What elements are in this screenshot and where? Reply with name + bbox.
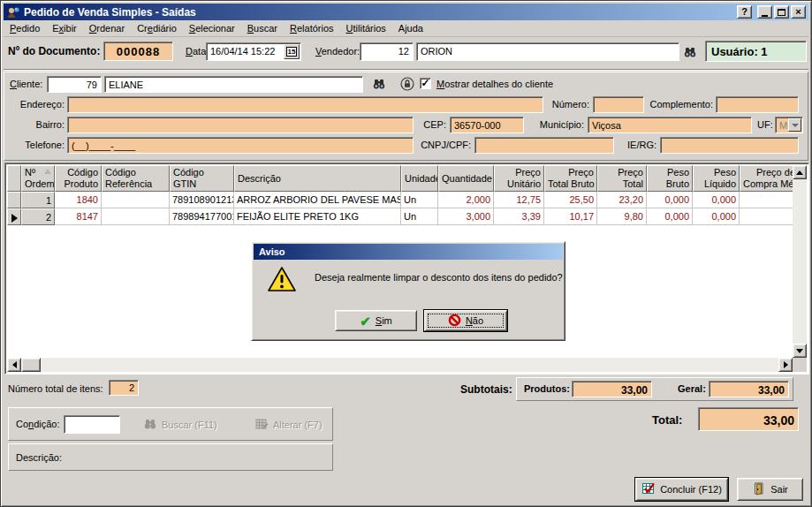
grid-cell: ARROZ ARBORIO DEL PAVESE MAS	[234, 192, 401, 208]
scroll-down-button[interactable]	[793, 344, 807, 358]
maximize-button[interactable]	[774, 5, 789, 19]
geral-field: 33,00	[709, 381, 789, 397]
cliente-name-field[interactable]: ELIANE	[104, 76, 363, 93]
grid-column-header[interactable]: NºOrdem	[21, 165, 55, 192]
ie-field[interactable]	[660, 137, 799, 154]
dialog-message: Deseja realmente limpar o desconto dos i…	[315, 272, 563, 283]
grid-column-header[interactable]: PesoBruto	[647, 165, 693, 192]
alterar-button[interactable]: Alterar (F7)	[254, 417, 323, 433]
cep-label: CEP:	[416, 119, 446, 130]
green-check-icon: ✔	[360, 314, 371, 328]
vendedor-search-icon[interactable]	[683, 45, 697, 59]
condicao-input[interactable]	[64, 415, 120, 434]
grid-column-header[interactable]: PesoLíquido	[693, 165, 740, 192]
menu-item-crediario[interactable]: Crediário	[131, 21, 183, 35]
menu-item-relatorios[interactable]: Relatórios	[284, 21, 340, 35]
grid-cell: Un	[401, 208, 438, 225]
buscar-button[interactable]: Buscar (F11)	[143, 417, 217, 433]
nao-button[interactable]: Não	[424, 310, 507, 331]
grid-column-header[interactable]: PreçoUnitário	[494, 165, 544, 192]
ie-label: IE/RG:	[619, 140, 656, 150]
lock-icon[interactable]	[400, 77, 414, 91]
menu-item-selecionar[interactable]: Selecionar	[183, 21, 241, 35]
scroll-right-button[interactable]	[778, 358, 793, 372]
grid-column-header[interactable]: CódigoReferência	[102, 165, 170, 192]
help-button[interactable]: ?	[737, 5, 752, 19]
descricao-panel: Descrição:	[8, 443, 333, 471]
total-itens-field: 2	[109, 380, 139, 396]
sim-label: Sim	[376, 315, 392, 326]
grid-cell	[102, 192, 170, 208]
calendar-icon: 15	[286, 47, 298, 57]
grid-column-header[interactable]: PreçoTotal	[597, 165, 647, 192]
grid-cell: 25,50	[544, 192, 597, 208]
table-row[interactable]: 28147789894177001FEIJÃO ELITE PRETO 1KGU…	[7, 208, 793, 225]
app-window: Pedido de Venda Simples - Saídas ? × Ped…	[0, 0, 812, 507]
menu-item-exibir[interactable]: Exibir	[46, 21, 83, 35]
menu-item-ajuda[interactable]: Ajuda	[392, 21, 429, 35]
scroll-left-button[interactable]	[7, 358, 21, 372]
close-button[interactable]: ×	[791, 5, 806, 19]
usuario-box: Usuário: 1	[705, 41, 807, 62]
titlebar[interactable]: Pedido de Venda Simples - Saídas ? ×	[4, 4, 808, 20]
municipio-label: Município:	[527, 119, 584, 130]
numero-field[interactable]	[593, 96, 644, 113]
dialog-titlebar[interactable]: Aviso	[254, 244, 563, 260]
door-exit-icon	[752, 481, 766, 497]
date-field[interactable]: 16/04/14 15:22 15	[206, 42, 301, 61]
row-selector	[7, 208, 21, 225]
minimize-button[interactable]	[757, 5, 772, 19]
app-icon	[6, 5, 20, 19]
scroll-up-button[interactable]	[793, 165, 807, 179]
menu-item-pedido[interactable]: Pedido	[4, 21, 46, 35]
sim-button[interactable]: ✔ Sim	[335, 310, 417, 331]
mostrar-detalhes-checkbox[interactable]: ✓	[420, 78, 431, 89]
municipio-field[interactable]: Viçosa	[588, 117, 752, 133]
grid-column-header[interactable]: Quantidade	[438, 165, 494, 192]
cliente-code-field[interactable]: 79	[47, 76, 102, 93]
bairro-label: Bairro:	[8, 119, 65, 130]
total-label: Total:	[652, 413, 682, 427]
grid-column-header[interactable]: CódigoProduto	[55, 165, 102, 192]
endereco-field[interactable]	[67, 96, 543, 113]
concluir-button[interactable]: Concluir (F12)	[635, 478, 728, 501]
menu-item-utilitarios[interactable]: Utilitários	[340, 21, 392, 35]
menu-item-ordenar[interactable]: Ordenar	[83, 21, 131, 35]
mostrar-detalhes-label: Mostrar detalhes do cliente	[436, 79, 553, 89]
grid-column-header[interactable]: Preço deCompra Médio	[740, 165, 793, 192]
grid-column-header[interactable]: Descrição	[234, 165, 401, 192]
horizontal-scroll-thumb[interactable]	[21, 358, 41, 372]
table-row[interactable]: 11840789108901213ARROZ ARBORIO DEL PAVES…	[7, 192, 793, 208]
geral-label: Geral:	[678, 383, 706, 394]
uf-label: UF:	[757, 119, 773, 130]
total-field: 33,00	[698, 407, 799, 431]
doc-number-field[interactable]: 000088	[103, 42, 173, 61]
current-row-arrow-icon	[11, 214, 18, 223]
vertical-scrollbar[interactable]	[793, 165, 807, 358]
telefone-field[interactable]: (__)____-____	[67, 137, 414, 154]
arrow-down-icon	[796, 349, 803, 353]
uf-combo[interactable]: MG	[775, 117, 803, 133]
horizontal-scrollbar[interactable]	[7, 358, 793, 372]
arrow-left-icon	[12, 361, 17, 368]
bairro-field[interactable]	[67, 117, 414, 133]
cnpj-field[interactable]	[474, 137, 614, 154]
grid-column-header[interactable]: CódigoGTIN	[170, 165, 234, 192]
sair-button[interactable]: Sair	[737, 478, 803, 501]
cep-field[interactable]: 36570-000	[450, 117, 524, 133]
chevron-down-icon[interactable]	[788, 118, 801, 132]
calendar-button[interactable]: 15	[284, 44, 300, 59]
grid-column-header[interactable]: Unidade	[401, 165, 438, 192]
grid-cell: 10,17	[544, 208, 597, 225]
vendedor-code-field[interactable]: 12	[360, 42, 414, 61]
grid-cell: 0,000	[647, 208, 693, 225]
vendedor-name-field[interactable]: ORION	[416, 42, 679, 61]
arrow-right-icon	[784, 361, 788, 368]
grid-header: NºOrdemCódigoProdutoCódigoReferênciaCódi…	[7, 165, 793, 192]
complemento-field[interactable]	[716, 96, 799, 113]
aviso-dialog: Aviso Deseja realmente limpar o desconto…	[251, 241, 565, 341]
cliente-search-icon[interactable]	[372, 77, 386, 91]
grid-column-header[interactable]: PreçoTotal Bruto	[544, 165, 597, 192]
menu-item-buscar[interactable]: Buscar	[241, 21, 284, 35]
grid-cell	[102, 208, 170, 225]
